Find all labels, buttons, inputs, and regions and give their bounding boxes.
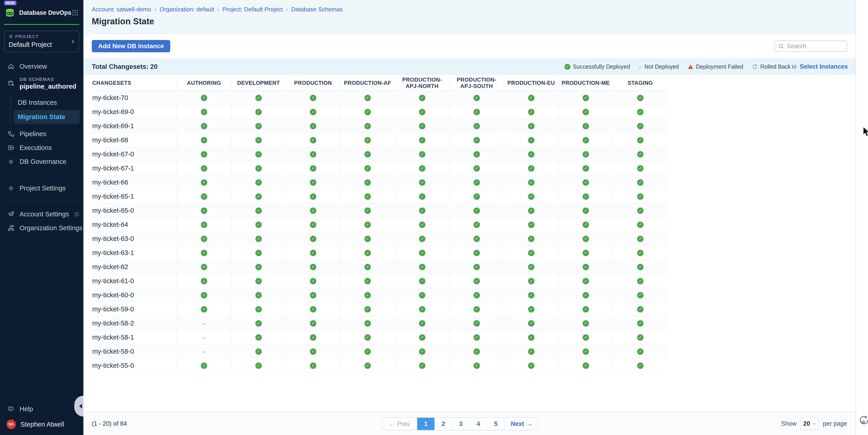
migration-state-table: CHANGESETSAUTHORINGDEVELOPMENTPRODUCTION… <box>92 75 668 373</box>
table-row[interactable]: my-ticket-66✓✓✓✓✓✓✓✓✓ <box>92 176 668 190</box>
status-cell: ✓ <box>231 147 286 161</box>
page-button-2[interactable]: 2 <box>434 418 452 430</box>
next-page-button[interactable]: Next→ <box>504 418 538 430</box>
sidebar-item-overview[interactable]: Overview <box>0 60 83 73</box>
table-row[interactable]: my-ticket-68✓✓✓✓✓✓✓✓✓ <box>92 133 668 147</box>
sidebar-item-organization-settings[interactable]: Organization Settings <box>0 221 83 235</box>
page-size-select[interactable]: 20 <box>801 417 819 430</box>
success-check-icon: ✓ <box>201 363 207 369</box>
success-check-icon: ✓ <box>419 363 425 369</box>
pipelines-icon <box>7 130 14 137</box>
success-check-icon: ✓ <box>528 109 534 115</box>
page-button-1[interactable]: 1 <box>417 418 434 430</box>
sidebar-item-pipelines[interactable]: Pipelines <box>0 127 83 141</box>
page-button-4[interactable]: 4 <box>469 418 487 430</box>
table-row[interactable]: my-ticket-69-0✓✓✓✓✓✓✓✓✓ <box>92 105 668 119</box>
table-row[interactable]: my-ticket-64✓✓✓✓✓✓✓✓✓ <box>92 218 668 232</box>
status-cell: ✓ <box>340 316 395 330</box>
user-name: Stephen Atwell <box>21 421 64 428</box>
sidebar-item-executions[interactable]: Executions <box>0 141 83 155</box>
status-cell: ✓ <box>177 218 231 231</box>
status-cell: ✓ <box>231 345 286 359</box>
success-check-icon: ✓ <box>528 236 534 242</box>
table-row[interactable]: my-ticket-60-0✓✓✓✓✓✓✓✓✓ <box>92 288 668 302</box>
status-cell: ✓ <box>613 316 668 330</box>
table-row[interactable]: my-ticket-67-0✓✓✓✓✓✓✓✓✓ <box>92 147 668 161</box>
breadcrumb-link[interactable]: Project: Default Project <box>222 6 283 13</box>
page-button-3[interactable]: 3 <box>452 418 469 430</box>
success-check-icon: ✓ <box>583 109 589 115</box>
table-row[interactable]: my-ticket-61-0✓✓✓✓✓✓✓✓✓ <box>92 274 668 288</box>
success-check-icon: ✓ <box>419 278 425 284</box>
status-cell: ✓ <box>449 232 504 246</box>
page-size-control: Show 20 per page <box>781 417 847 430</box>
columns-icon <box>792 64 797 69</box>
user-menu[interactable]: SA Stephen Atwell <box>0 416 83 435</box>
search-input[interactable] <box>787 43 843 50</box>
status-cell: ✓ <box>504 218 558 231</box>
sidebar-item-db-schemas[interactable]: DB SCHEMAS pipeline_authored <box>0 73 83 93</box>
sidebar-item-project-settings[interactable]: Project Settings <box>0 181 83 195</box>
table-row[interactable]: my-ticket-58-0–✓✓✓✓✓✓✓✓ <box>92 345 668 359</box>
success-check-icon: ✓ <box>583 193 589 200</box>
success-check-icon: ✓ <box>310 236 316 242</box>
status-cell: ✓ <box>231 161 286 175</box>
status-cell: ✓ <box>340 190 395 204</box>
table-row[interactable]: my-ticket-69-1✓✓✓✓✓✓✓✓✓ <box>92 119 668 133</box>
table-row[interactable]: my-ticket-55-0✓✓✓✓✓✓✓✓✓ <box>92 359 668 373</box>
success-check-icon: ✓ <box>583 292 589 299</box>
status-cell: ✓ <box>449 190 504 204</box>
success-check-icon: ✓ <box>637 348 644 355</box>
table-row[interactable]: my-ticket-63-0✓✓✓✓✓✓✓✓✓ <box>92 232 668 246</box>
status-cell: ✓ <box>504 105 558 119</box>
status-cell: ✓ <box>558 218 613 231</box>
table-row[interactable]: my-ticket-63-1✓✓✓✓✓✓✓✓✓ <box>92 246 668 260</box>
breadcrumb-link[interactable]: Account: satwell-demo <box>92 6 151 13</box>
success-check-icon: ✓ <box>419 264 425 270</box>
status-cell: ✓ <box>504 147 558 161</box>
sidebar-item-db-instances[interactable]: DB Instances <box>13 96 80 110</box>
table-row[interactable]: my-ticket-65-1✓✓✓✓✓✓✓✓✓ <box>92 190 668 204</box>
success-check-icon: ✓ <box>255 109 262 115</box>
sidebar-item-account-settings[interactable]: Account Settings <box>0 207 83 221</box>
module-grid-icon[interactable] <box>71 9 79 17</box>
sidebar-item-help[interactable]: ? Help <box>0 402 83 416</box>
status-cell: ✓ <box>231 218 286 231</box>
prev-page-button[interactable]: ←Prev <box>381 418 417 430</box>
page-button-5[interactable]: 5 <box>487 418 504 430</box>
success-check-icon: ✓ <box>365 320 371 327</box>
table-row[interactable]: my-ticket-59-0✓✓✓✓✓✓✓✓✓ <box>92 302 668 316</box>
success-check-icon: ✓ <box>528 292 534 299</box>
status-cell: ✓ <box>286 105 340 119</box>
sidebar-item-migration-state[interactable]: Migration State <box>13 110 80 124</box>
project-selector[interactable]: PROJECT Default Project <box>4 31 79 52</box>
add-db-instance-button[interactable]: Add New DB Instance <box>92 40 170 52</box>
breadcrumb-link[interactable]: Organization: default <box>159 6 214 13</box>
feedback-widget-icon[interactable] <box>858 414 868 426</box>
show-label: Show <box>781 420 797 427</box>
success-check-icon: ✓ <box>365 348 371 355</box>
table-row[interactable]: my-ticket-58-2–✓✓✓✓✓✓✓✓ <box>92 316 668 331</box>
table-row[interactable]: my-ticket-65-0✓✓✓✓✓✓✓✓✓ <box>92 204 668 218</box>
dash-icon: – <box>639 64 642 70</box>
success-check-icon: ✓ <box>201 123 207 129</box>
table-row[interactable]: my-ticket-67-1✓✓✓✓✓✓✓✓✓ <box>92 161 668 176</box>
select-instances-button[interactable]: Select Instances <box>792 63 848 70</box>
table-row[interactable]: my-ticket-62✓✓✓✓✓✓✓✓✓ <box>92 260 668 274</box>
success-check-icon: ✓ <box>528 151 534 157</box>
success-check-icon: ✓ <box>201 179 207 186</box>
info-icon[interactable] <box>74 211 79 217</box>
status-cell: ✓ <box>449 91 504 105</box>
success-check-icon: ✓ <box>201 193 207 200</box>
changeset-name: my-ticket-66 <box>92 176 177 189</box>
table-row[interactable]: my-ticket-70✓✓✓✓✓✓✓✓✓ <box>92 91 668 105</box>
sidebar-item-db-governance[interactable]: DB Governance <box>0 155 83 168</box>
status-cell: ✓ <box>558 204 613 218</box>
breadcrumb-link[interactable]: Database Schemas <box>291 6 343 13</box>
status-cell: – <box>177 316 231 330</box>
search-box[interactable] <box>774 40 847 52</box>
status-cell: ✓ <box>340 176 395 189</box>
table-row[interactable]: my-ticket-58-1–✓✓✓✓✓✓✓✓ <box>92 331 668 345</box>
status-cell: ✓ <box>395 91 449 105</box>
changeset-name: my-ticket-58-1 <box>92 331 177 344</box>
